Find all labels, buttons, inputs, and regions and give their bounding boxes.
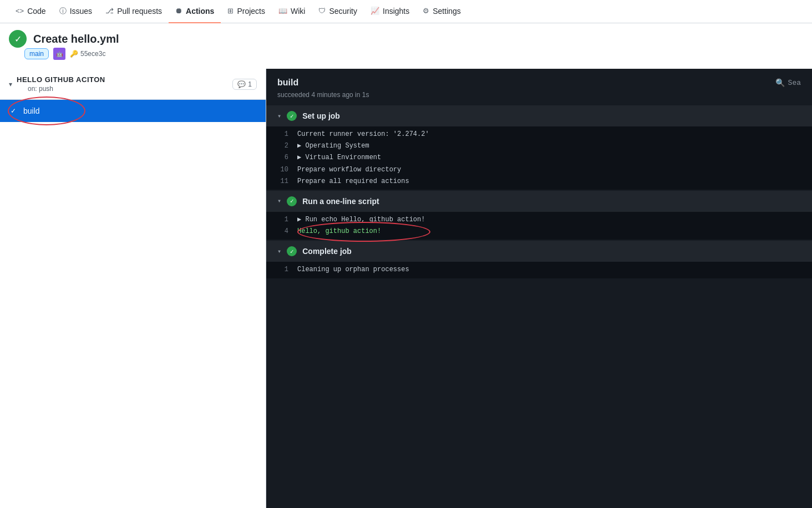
nav-label-insights: Insights (383, 7, 409, 16)
main-layout: ▾ HELLO GITHUB ACITON on: push 💬 1 ✓ bui… (0, 69, 812, 508)
comment-badge[interactable]: 💬 1 (232, 79, 257, 90)
nav-label-settings: Settings (433, 7, 461, 16)
workflow-name: HELLO GITHUB ACITON (17, 75, 105, 84)
log-line: 1 Current runner version: '2.274.2' (266, 129, 812, 140)
workflow-header: ▾ HELLO GITHUB ACITON on: push 💬 1 (0, 69, 266, 100)
settings-icon: ⚙ (423, 7, 429, 15)
chevron-down-icon: ▾ (9, 80, 12, 88)
commit-meta: main 🤖 🔑 55ece3c (24, 48, 812, 69)
nav-label-actions: Actions (186, 7, 214, 16)
nav-item-code[interactable]: <> Code (9, 0, 53, 23)
page-header: ✓ Create hello.yml (0, 23, 812, 48)
step-complete-job: ▾ ✓ Complete job 1 Cleaning up orphan pr… (266, 241, 812, 278)
comment-count: 1 (248, 80, 252, 88)
step-chevron-icon: ▾ (277, 197, 281, 205)
nav-item-settings[interactable]: ⚙ Settings (416, 0, 468, 23)
step-setup-job: ▾ ✓ Set up job 1 Current runner version:… (266, 105, 812, 190)
nav-item-projects[interactable]: ⊞ Projects (221, 0, 272, 23)
nav-item-actions[interactable]: ⏺ Actions (169, 0, 221, 23)
job-item-build[interactable]: ✓ build (0, 100, 266, 122)
page-title: Create hello.yml (33, 33, 119, 45)
log-line: 1 ▶ Run echo Hello, github action! (266, 214, 812, 226)
nav-label-security: Security (329, 7, 357, 16)
workflow-trigger: on: push (17, 84, 105, 93)
log-line: 2 ▶ Operating System (266, 140, 812, 152)
branch-badge: main (24, 48, 49, 59)
log-line-annotated: 4 Hello, github action! (266, 226, 812, 237)
step-header-run-script[interactable]: ▾ ✓ Run a one-line script (266, 191, 812, 212)
code-icon: <> (16, 7, 24, 15)
bot-icon: 🤖 (53, 48, 65, 60)
commit-hash: 🔑 55ece3c (70, 50, 105, 58)
pull-requests-icon: ⎇ (105, 7, 114, 15)
nav-item-insights[interactable]: 📈 Insights (364, 0, 416, 23)
top-nav: <> Code ⓘ Issues ⎇ Pull requests ⏺ Actio… (0, 0, 812, 23)
nav-label-projects: Projects (237, 7, 265, 16)
log-line: 6 ▶ Virtual Environment (266, 152, 812, 164)
log-line: 1 Cleaning up orphan processes (266, 264, 812, 276)
status-badge: ✓ (9, 30, 27, 48)
nav-label-issues: Issues (70, 7, 92, 16)
log-line: 11 Prepare all required actions (266, 176, 812, 187)
search-icon: 🔍 (775, 78, 785, 88)
step-chevron-icon: ▾ (277, 247, 281, 256)
log-panel: build 🔍 Sea succeeded 4 minutes ago in 1… (266, 69, 812, 508)
step-title-complete-job: Complete job (302, 247, 352, 256)
security-icon: 🛡 (318, 7, 326, 15)
nav-label-code: Code (27, 7, 45, 16)
nav-item-wiki[interactable]: 📖 Wiki (272, 0, 312, 23)
nav-label-pull-requests: Pull requests (117, 7, 162, 16)
log-lines-run-script: 1 ▶ Run echo Hello, github action! 4 Hel… (266, 212, 812, 240)
search-area[interactable]: 🔍 Sea (775, 78, 801, 88)
step-chevron-icon: ▾ (277, 112, 281, 120)
projects-icon: ⊞ (227, 7, 234, 15)
workflow-title-area: ▾ HELLO GITHUB ACITON on: push (9, 75, 105, 93)
log-panel-header: build 🔍 Sea (266, 69, 812, 90)
nav-item-pull-requests[interactable]: ⎇ Pull requests (99, 0, 169, 23)
job-check-icon: ✓ (9, 106, 18, 115)
sidebar: ▾ HELLO GITHUB ACITON on: push 💬 1 ✓ bui… (0, 69, 266, 508)
nav-item-issues[interactable]: ⓘ Issues (53, 0, 99, 23)
insights-icon: 📈 (371, 7, 379, 15)
step-title-setup-job: Set up job (302, 111, 340, 120)
actions-icon: ⏺ (175, 7, 182, 15)
issues-icon: ⓘ (59, 6, 67, 16)
log-lines-setup-job: 1 Current runner version: '2.274.2' 2 ▶ … (266, 126, 812, 190)
comment-icon: 💬 (237, 80, 246, 88)
step-title-run-script: Run a one-line script (302, 197, 379, 206)
log-lines-complete-job: 1 Cleaning up orphan processes (266, 262, 812, 278)
log-panel-title: build (277, 78, 298, 88)
key-icon: 🔑 (70, 50, 78, 58)
job-name-build: build (23, 106, 40, 115)
log-line: 10 Prepare workflow directory (266, 164, 812, 176)
log-panel-subtitle: succeeded 4 minutes ago in 1s (266, 90, 812, 105)
nav-item-security[interactable]: 🛡 Security (312, 0, 364, 23)
step-run-script: ▾ ✓ Run a one-line script 1 ▶ Run echo H… (266, 191, 812, 240)
step-check-icon: ✓ (287, 196, 297, 206)
step-check-icon: ✓ (287, 111, 297, 121)
search-placeholder: Sea (788, 79, 801, 87)
step-header-complete-job[interactable]: ▾ ✓ Complete job (266, 241, 812, 262)
nav-label-wiki: Wiki (291, 7, 305, 16)
build-annotation-circle (8, 96, 85, 125)
step-check-icon: ✓ (287, 246, 297, 256)
job-list: ✓ build (0, 100, 266, 122)
step-header-setup-job[interactable]: ▾ ✓ Set up job (266, 105, 812, 126)
wiki-icon: 📖 (278, 7, 287, 15)
